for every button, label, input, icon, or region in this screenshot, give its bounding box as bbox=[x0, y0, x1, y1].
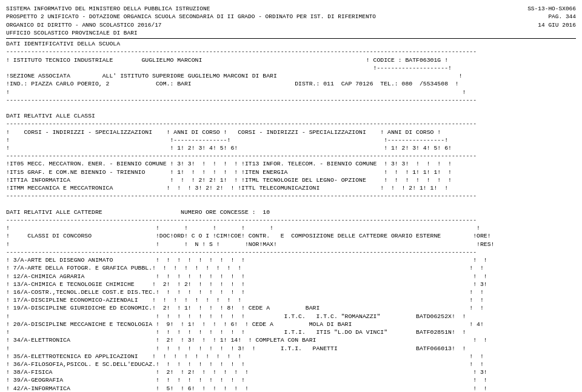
header-line2: PROSPETTO 2 UNIFICATO - DOTAZIONE ORGANI… bbox=[6, 13, 527, 21]
header-pag: PAG. 344 bbox=[527, 13, 576, 21]
header-line3: ORGANICO DI DIRITTO - ANNO SCOLASTICO 20… bbox=[6, 21, 527, 29]
header-date: 14 GIU 2016 bbox=[527, 21, 576, 29]
header-line1: SISTEMA INFORMATIVO DEL MINISTERO DELLA … bbox=[6, 5, 527, 13]
top-separator bbox=[6, 38, 576, 39]
main-content: DATI IDENTIFICATIVI DELLA SCUOLA -------… bbox=[6, 40, 576, 392]
header-line4: UFFICIO SCOLASTICO PROVINCIALE DI BARI bbox=[6, 29, 527, 37]
page-container: SISTEMA INFORMATIVO DEL MINISTERO DELLA … bbox=[6, 5, 576, 392]
header-left: SISTEMA INFORMATIVO DEL MINISTERO DELLA … bbox=[6, 5, 527, 37]
header-right: SS-13-HO-SX066 PAG. 344 14 GIU 2016 bbox=[527, 5, 576, 37]
header-ss: SS-13-HO-SX066 bbox=[527, 5, 576, 13]
header: SISTEMA INFORMATIVO DEL MINISTERO DELLA … bbox=[6, 5, 576, 37]
